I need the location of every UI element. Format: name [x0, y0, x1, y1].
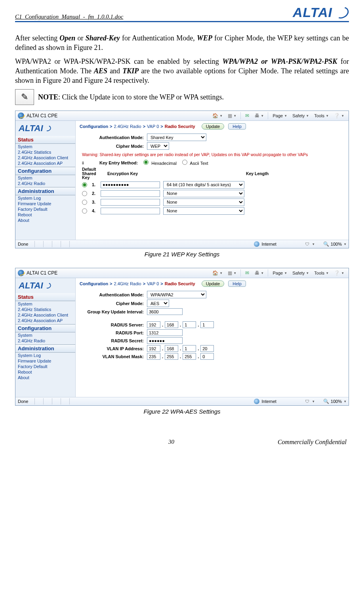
update-button[interactable]: Update [202, 281, 224, 287]
sidebar-item-assoc-ap[interactable]: 2.4GHz Association AP [15, 318, 75, 323]
tools-menu[interactable]: Tools▾ [312, 113, 331, 119]
zoom-control[interactable]: 🔍100%▾ [323, 399, 346, 404]
crumb-vap[interactable]: VAP 0 [147, 281, 159, 286]
zoom-control[interactable]: 🔍100%▾ [323, 241, 346, 247]
figure-22-caption: Figure 22 WPA-AES Settings [15, 408, 349, 415]
key-len-1[interactable]: 64 bit (10 hex digits/ 5 ascii keys) [163, 181, 244, 189]
radius-port-input[interactable] [147, 329, 183, 336]
sidebar-item-fwupdate[interactable]: Firmware Update [15, 358, 75, 364]
safety-menu[interactable]: Safety▾ [290, 113, 311, 119]
pencil-note-icon: ✎ [15, 89, 34, 105]
sidebar-item-cfg-radio[interactable]: 2.4GHz Radio [15, 181, 75, 186]
sidebar-item-factory[interactable]: Factory Default [15, 364, 75, 369]
sidebar-item-assoc-ap[interactable]: 2.4GHz Association AP [15, 160, 75, 166]
ip-octet[interactable] [165, 353, 178, 360]
tools-menu[interactable]: Tools▾ [312, 270, 331, 276]
brand-logo: ALTAI [293, 5, 349, 20]
home-button[interactable]: 🏠▾ [210, 112, 225, 119]
rss-icon: ▦ [228, 113, 232, 118]
help-button[interactable]: ❔▾ [332, 269, 346, 277]
update-button[interactable]: Update [202, 123, 224, 130]
sidebar-item-assoc-client[interactable]: 2.4GHz Association Client [15, 155, 75, 160]
help-button[interactable]: ❔▾ [332, 112, 346, 119]
default-key-radio-1[interactable] [82, 182, 87, 187]
sidebar-item-reboot[interactable]: Reboot [15, 369, 75, 375]
sidebar-item-cfg-system[interactable]: System [15, 332, 75, 338]
feeds-button[interactable]: ▦▾ [225, 112, 238, 119]
enc-key-1[interactable] [101, 181, 160, 188]
ip-octet[interactable] [200, 345, 214, 352]
page-header: C1_Configuration_Manual_-_fm_1.0.0.1.doc… [15, 5, 349, 22]
ip-octet[interactable] [165, 345, 178, 352]
sidebar-section-admin: Administration [15, 187, 75, 195]
crumb-radio[interactable]: 2.4GHz Radio [114, 281, 141, 286]
ip-octet[interactable] [200, 353, 214, 360]
enc-key-4[interactable] [101, 208, 160, 214]
key-row-4: 4. None [82, 207, 345, 215]
ip-octet[interactable] [183, 321, 196, 328]
cipher-mode-select[interactable]: WEP [147, 142, 169, 150]
mail-button[interactable]: ✉ [243, 112, 252, 119]
radius-server-ip: . . . [147, 321, 214, 328]
key-len-3[interactable]: None [163, 198, 244, 206]
auth-mode-select[interactable]: WPA/WPA2 [147, 291, 206, 298]
default-key-radio-2[interactable] [82, 191, 87, 196]
magnifier-icon: 🔍 [323, 241, 329, 247]
group-key-input[interactable] [147, 308, 183, 315]
help-button[interactable]: Help [228, 123, 246, 130]
crumb-current: Radio Security [165, 124, 195, 129]
sidebar-item-reboot[interactable]: Reboot [15, 212, 75, 218]
enc-key-2[interactable] [101, 190, 160, 197]
page-menu[interactable]: Page▾ [270, 113, 289, 119]
crumb-vap[interactable]: VAP 0 [147, 124, 159, 129]
page-menu[interactable]: Page▾ [270, 270, 289, 276]
sidebar-item-cfg-radio[interactable]: 2.4GHz Radio [15, 338, 75, 344]
sidebar-item-fwupdate[interactable]: Firmware Update [15, 201, 75, 206]
radio-ascii[interactable]: Ascii Text [182, 160, 208, 166]
key-len-4[interactable]: None [163, 207, 244, 215]
home-button[interactable]: 🏠▾ [210, 269, 225, 277]
figure-21-caption: Figure 21 WEP Key Settings [15, 251, 349, 258]
mail-icon: ✉ [245, 270, 249, 276]
enc-key-3[interactable] [101, 199, 160, 206]
radius-secret-input[interactable] [147, 337, 183, 344]
sidebar-item-system[interactable]: System [15, 301, 75, 307]
sidebar-item-cfg-system[interactable]: System [15, 175, 75, 181]
default-key-radio-4[interactable] [82, 208, 87, 214]
sidebar: ALTAI Status System 2.4GHz Statistics 2.… [15, 278, 76, 397]
ip-octet[interactable] [183, 345, 196, 352]
ip-octet[interactable] [200, 321, 214, 328]
ip-octet[interactable] [165, 321, 178, 328]
mail-button[interactable]: ✉ [243, 269, 252, 277]
crumb-radio[interactable]: 2.4GHz Radio [114, 124, 141, 129]
sidebar-item-factory[interactable]: Factory Default [15, 206, 75, 212]
logo-swoosh-icon [44, 125, 51, 132]
help-button[interactable]: Help [228, 281, 246, 287]
radio-hex[interactable]: Hexadecimal [143, 160, 177, 166]
sidebar-item-about[interactable]: About [15, 218, 75, 223]
sidebar-item-about[interactable]: About [15, 375, 75, 380]
sidebar-item-stats[interactable]: 2.4GHz Statistics [15, 307, 75, 312]
ip-octet[interactable] [147, 345, 160, 352]
sidebar-item-syslog[interactable]: System Log [15, 353, 75, 358]
safety-menu[interactable]: Safety▾ [290, 270, 311, 276]
mail-icon: ✉ [245, 113, 249, 118]
ip-octet[interactable] [183, 353, 196, 360]
auth-mode-select[interactable]: Shared Key [147, 134, 206, 141]
sidebar-section-status: Status [15, 136, 75, 144]
ip-octet[interactable] [147, 321, 160, 328]
print-button[interactable]: 🖶▾ [252, 112, 266, 119]
default-key-radio-3[interactable] [82, 200, 87, 205]
sidebar-item-syslog[interactable]: System Log [15, 195, 75, 201]
sidebar-item-assoc-client[interactable]: 2.4GHz Association Client [15, 312, 75, 318]
print-button[interactable]: 🖶▾ [252, 269, 266, 277]
cipher-mode-select[interactable]: AES [147, 300, 169, 307]
paragraph-1: After selecting Open or Shared-Key for A… [15, 33, 349, 53]
doc-filename: C1_Configuration_Manual_-_fm_1.0.0.1.doc [15, 13, 123, 20]
window-title: ALTAI C1 CPE [27, 113, 57, 118]
sidebar-item-stats[interactable]: 2.4GHz Statistics [15, 149, 75, 155]
key-len-2[interactable]: None [163, 190, 244, 197]
ip-octet[interactable] [147, 353, 160, 360]
sidebar-item-system[interactable]: System [15, 144, 75, 149]
feeds-button[interactable]: ▦▾ [225, 269, 238, 277]
